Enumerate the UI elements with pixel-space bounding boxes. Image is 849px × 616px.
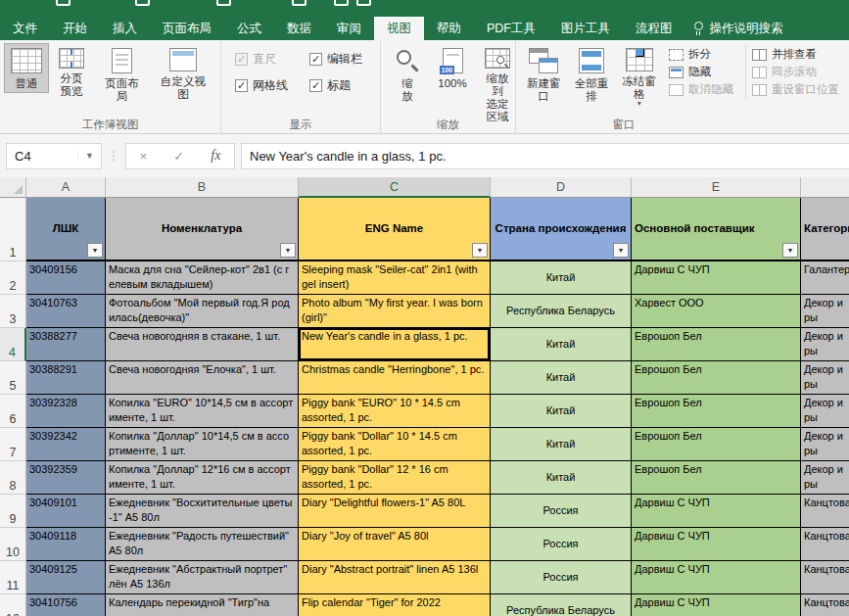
cancel-icon[interactable]: × xyxy=(140,149,148,164)
cell-e4[interactable]: Еврошоп Бел xyxy=(632,328,801,361)
tab-page-layout[interactable]: 页面布局 xyxy=(150,17,224,40)
cell-a12[interactable]: 30410756 xyxy=(26,594,106,616)
cell-c6[interactable]: Piggy bank "EURO" 10 * 14.5 cm assorted,… xyxy=(299,395,491,428)
cell-a8[interactable]: 30392359 xyxy=(26,461,106,495)
row-header-1[interactable]: 1 xyxy=(0,198,26,261)
cell-f6[interactable]: Декор и ры xyxy=(801,395,849,428)
row-header-2[interactable]: 2 xyxy=(0,261,26,295)
filter-dropdown-icon[interactable]: ▼ xyxy=(613,243,629,258)
cell-e3[interactable]: Харвест ООО xyxy=(632,295,801,328)
tab-help[interactable]: 帮助 xyxy=(424,17,474,40)
cell-c5[interactable]: Christmas candle "Herringbone", 1 pc. xyxy=(299,361,491,395)
cell-d11[interactable]: Россия xyxy=(491,561,632,594)
cell-c2[interactable]: Sleeping mask "Seiler-cat" 2in1 (with ge… xyxy=(299,261,491,295)
cell-e7[interactable]: Еврошоп Бел xyxy=(632,428,801,461)
new-window-button[interactable]: 新建窗口 xyxy=(520,43,568,106)
cell-a10[interactable]: 30409118 xyxy=(26,528,106,561)
cell-f11[interactable]: Канцтовары xyxy=(801,561,849,594)
cell-a9[interactable]: 30409101 xyxy=(26,495,106,528)
name-box[interactable]: C4 ▼ xyxy=(6,143,102,169)
row-header-7[interactable]: 7 xyxy=(0,428,26,461)
cell-f7[interactable]: Декор и ры xyxy=(801,428,849,461)
header-cell-country[interactable]: Страна происхождения▼ xyxy=(491,198,632,261)
column-header-b[interactable]: B xyxy=(106,177,299,198)
cell-d4[interactable]: Китай xyxy=(491,328,632,361)
formula-bar-checkbox[interactable]: ✓ 编辑栏 xyxy=(309,51,366,68)
zoom-button[interactable]: 缩 放 xyxy=(385,43,430,106)
cell-d3[interactable]: Республика Беларусь xyxy=(491,295,632,328)
cell-c10[interactable]: Diary "Joy of travel" A5 80l xyxy=(299,528,491,561)
cell-c9[interactable]: Diary "Delightful flowers-1" A5 80L xyxy=(299,495,491,528)
filter-icon[interactable] xyxy=(334,0,349,6)
cell-d6[interactable]: Китай xyxy=(491,395,632,428)
view-side-by-side-button[interactable]: 并排查看 xyxy=(752,47,839,62)
page-layout-view-button[interactable]: 页面布局 xyxy=(94,43,150,106)
tab-view[interactable]: 视图 xyxy=(374,17,424,40)
column-header-f[interactable]: F xyxy=(801,177,849,198)
hide-button[interactable]: 隐藏 xyxy=(669,65,733,79)
cell-e12[interactable]: Дарвиш С ЧУП xyxy=(632,594,801,616)
filter-dropdown-icon[interactable]: ▼ xyxy=(472,243,488,258)
column-header-d[interactable]: D xyxy=(491,177,632,198)
cell-b2[interactable]: Маска для сна "Сейлер-кот" 2в1 (с гелевы… xyxy=(106,261,299,295)
page-break-preview-button[interactable]: 分页 预览 xyxy=(49,43,94,101)
row-header-12[interactable]: 12 xyxy=(0,594,26,616)
row-header-6[interactable]: 6 xyxy=(0,395,26,428)
cell-f9[interactable]: Канцтовары xyxy=(801,495,849,528)
tab-file[interactable]: 文件 xyxy=(0,17,50,40)
cell-f3[interactable]: Декор и ры xyxy=(801,295,849,328)
tab-review[interactable]: 审阅 xyxy=(324,17,374,40)
select-all-corner[interactable] xyxy=(0,177,26,198)
cell-d5[interactable]: Китай xyxy=(491,361,632,395)
cell-f4[interactable]: Декор и ры xyxy=(801,328,849,361)
cell-a4[interactable]: 30388277 xyxy=(26,328,106,361)
cell-b3[interactable]: Фотоальбом "Мой первый год.Я родилась(де… xyxy=(106,295,299,328)
zoom-to-selection-button[interactable]: 缩放到 选定区域 xyxy=(475,43,520,126)
formula-input[interactable]: New Year's candle in a glass, 1 pc. xyxy=(241,143,849,169)
table-icon[interactable] xyxy=(216,0,231,6)
filter-dropdown-icon[interactable]: ▼ xyxy=(280,243,296,258)
insert-function-icon[interactable]: fx xyxy=(211,148,220,164)
cell-b12[interactable]: Календарь перекидной "Тигр"на xyxy=(106,594,299,616)
tab-picture-tools[interactable]: 图片工具 xyxy=(548,17,623,40)
cell-d10[interactable]: Россия xyxy=(491,528,632,561)
row-header-5[interactable]: 5 xyxy=(0,361,26,395)
row-header-11[interactable]: 11 xyxy=(0,561,26,594)
filter-dropdown-icon[interactable]: ▼ xyxy=(87,243,103,258)
tell-me-search[interactable]: 操作说明搜索 xyxy=(685,17,791,40)
tab-formulas[interactable]: 公式 xyxy=(224,17,274,40)
cell-b9[interactable]: Ежедневник "Восхитительные цветы-1" А5 8… xyxy=(106,495,299,528)
cell-a7[interactable]: 30392342 xyxy=(26,428,106,461)
cell-b5[interactable]: Свеча новогодняя "Елочка", 1 шт. xyxy=(106,361,299,395)
column-header-a[interactable]: A xyxy=(26,177,106,198)
tab-data[interactable]: 数据 xyxy=(274,17,324,40)
cell-b8[interactable]: Копилка "Доллар" 12*16 см в ассортименте… xyxy=(106,461,299,495)
cell-d12[interactable]: Республика Беларусь xyxy=(491,594,632,616)
cell-e5[interactable]: Еврошоп Бел xyxy=(632,361,801,395)
header-cell-category[interactable]: Категория xyxy=(801,198,849,261)
cell-a11[interactable]: 30409125 xyxy=(26,561,106,594)
row-header-3[interactable]: 3 xyxy=(0,295,26,328)
header-cell-lshk[interactable]: ЛШК▼ xyxy=(26,198,106,261)
split-button[interactable]: 拆分 xyxy=(669,47,733,62)
preview-icon[interactable] xyxy=(356,0,371,6)
arrange-all-button[interactable]: 全部重排 xyxy=(568,43,616,106)
name-box-dropdown-icon[interactable]: ▼ xyxy=(77,151,101,161)
header-cell-nomenclature[interactable]: Номенклатура▼ xyxy=(106,198,299,261)
save-icon[interactable] xyxy=(56,0,71,6)
selected-cell-c4[interactable]: New Year's candle in a glass, 1 pc. xyxy=(299,328,491,361)
undo-icon[interactable] xyxy=(135,0,150,6)
cell-b6[interactable]: Копилка "EURO" 10*14,5 см в ассортименте… xyxy=(106,395,299,428)
cell-f8[interactable]: Декор и ры xyxy=(801,461,849,495)
cell-c7[interactable]: Piggy bank "Dollar" 10 * 14.5 cm assorte… xyxy=(299,428,491,461)
sort-icon[interactable] xyxy=(292,0,307,6)
header-cell-eng-name[interactable]: ENG Name▼ xyxy=(299,198,491,261)
tab-home[interactable]: 开始 xyxy=(50,17,100,40)
cell-b10[interactable]: Ежедневник "Радость путешествий" А5 80л xyxy=(106,528,299,561)
cell-b7[interactable]: Копилка "Доллар" 10*14,5 см в ассортимен… xyxy=(106,428,299,461)
cell-d8[interactable]: Китай xyxy=(491,461,632,495)
cell-c3[interactable]: Photo album "My first year. I was born (… xyxy=(299,295,491,328)
column-header-e[interactable]: E xyxy=(632,177,801,198)
cell-b4[interactable]: Свеча новогодняя в стакане, 1 шт. xyxy=(106,328,299,361)
cell-c12[interactable]: Flip calendar "Tiger" for 2022 xyxy=(299,594,491,616)
